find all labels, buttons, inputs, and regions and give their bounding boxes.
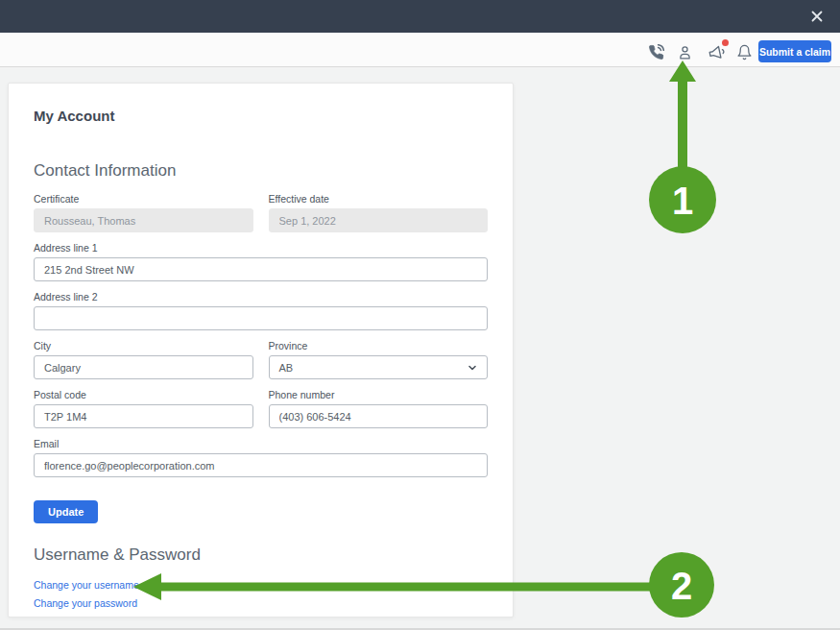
submit-claim-button[interactable]: Submit a claim — [758, 40, 831, 62]
certificate-field: Certificate — [34, 193, 253, 232]
province-selected-value: AB — [279, 362, 294, 374]
app-window: Submit a claim My Account Contact Inform… — [0, 0, 840, 630]
phone-icon — [648, 44, 664, 61]
notification-dot — [722, 39, 729, 46]
city-input[interactable] — [34, 355, 253, 379]
address2-field: Address line 2 — [34, 291, 488, 330]
annotation-2-number: 2 — [671, 565, 692, 607]
address2-input[interactable] — [34, 306, 488, 330]
phone-number-input[interactable] — [269, 404, 489, 428]
bell-icon — [736, 44, 753, 61]
province-field: Province AB — [269, 340, 489, 379]
address1-row: Address line 1 — [34, 242, 488, 281]
province-select[interactable]: AB — [269, 355, 489, 379]
user-account-button[interactable] — [674, 41, 695, 62]
annotation-1-number: 1 — [672, 180, 693, 222]
username-password-heading: Username & Password — [34, 545, 488, 566]
change-username-link[interactable]: Change your username — [34, 579, 488, 592]
update-button[interactable]: Update — [34, 500, 98, 523]
user-icon — [677, 44, 693, 61]
top-bar — [0, 0, 840, 33]
chevron-down-icon — [468, 363, 477, 373]
annotation-1-badge — [649, 166, 716, 233]
email-field: Email — [34, 438, 488, 477]
announcements-button[interactable] — [706, 41, 727, 62]
postal-phone-row: Postal code Phone number — [34, 389, 488, 428]
postal-code-input[interactable] — [34, 404, 253, 428]
change-password-link[interactable]: Change your password — [34, 597, 488, 610]
address1-label: Address line 1 — [34, 242, 488, 254]
annotation-1-arrow-shaft — [678, 81, 687, 202]
postal-code-field: Postal code — [34, 389, 253, 428]
city-province-row: City Province AB — [34, 340, 488, 379]
app-header: Submit a claim — [0, 33, 840, 67]
annotation-2-badge — [649, 552, 714, 618]
close-icon[interactable] — [805, 5, 828, 28]
email-label: Email — [34, 438, 488, 450]
postal-code-label: Postal code — [34, 389, 253, 401]
phone-button[interactable] — [645, 41, 666, 62]
email-input[interactable] — [34, 453, 488, 477]
annotation-1: 1 — [647, 56, 718, 236]
address1-input[interactable] — [34, 257, 488, 281]
contact-information-heading: Contact Information — [34, 160, 488, 182]
effective-date-label: Effective date — [269, 193, 489, 206]
phone-number-field: Phone number — [269, 389, 489, 428]
province-label: Province — [269, 340, 489, 352]
effective-date-input — [269, 208, 489, 232]
effective-date-field: Effective date — [269, 193, 489, 232]
my-account-card: My Account Contact Information Certifica… — [8, 83, 514, 618]
email-row: Email — [34, 438, 488, 477]
certificate-label: Certificate — [34, 193, 253, 206]
certificate-input — [34, 208, 253, 232]
close-x-glyph — [811, 11, 823, 22]
city-label: City — [34, 340, 253, 352]
city-field: City — [34, 340, 253, 379]
address2-label: Address line 2 — [34, 291, 488, 303]
certificate-row: Certificate Effective date — [34, 193, 488, 232]
phone-number-label: Phone number — [269, 389, 489, 401]
page-title: My Account — [34, 107, 488, 126]
address2-row: Address line 2 — [34, 291, 488, 330]
address1-field: Address line 1 — [34, 242, 488, 281]
notifications-button[interactable] — [733, 41, 755, 62]
